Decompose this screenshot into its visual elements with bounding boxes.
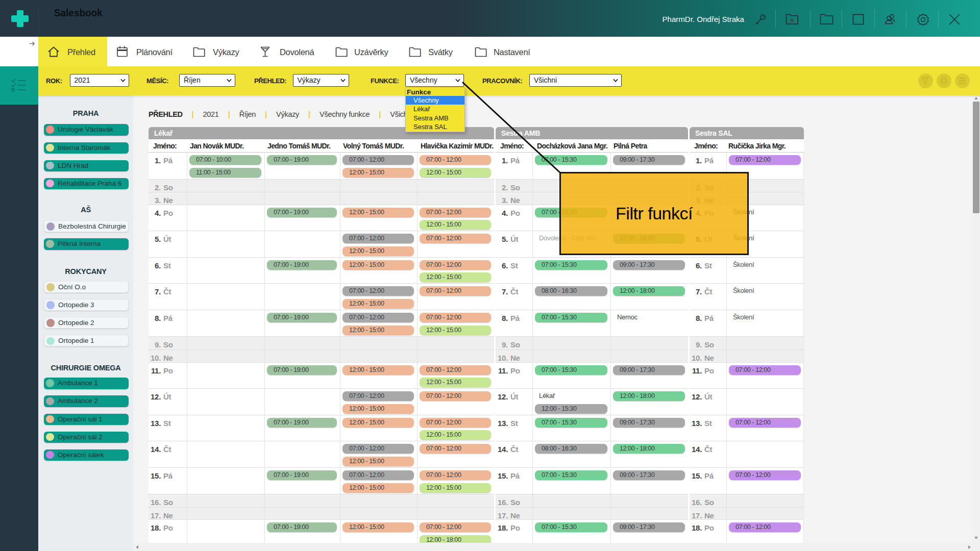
svg-text:N: N xyxy=(791,18,794,23)
